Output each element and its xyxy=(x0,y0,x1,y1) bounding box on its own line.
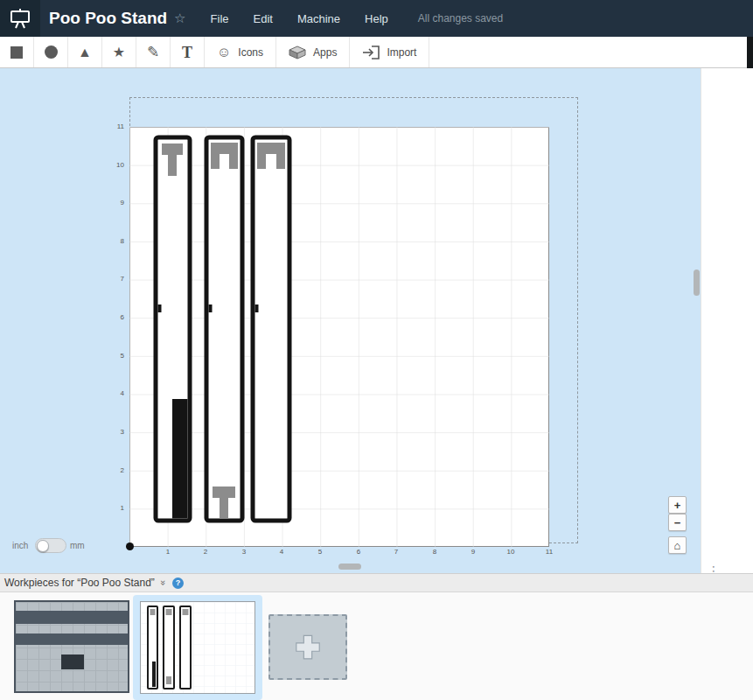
design-canvas[interactable]: 11 10 9 8 7 6 5 4 3 2 1 1 2 3 4 5 6 7 8 … xyxy=(0,68,701,573)
zoom-out-button[interactable]: − xyxy=(668,514,687,531)
import-icon xyxy=(362,46,380,60)
slat-shape-2[interactable] xyxy=(206,137,242,521)
thumb1-bar xyxy=(16,634,128,645)
zoom-in-button[interactable]: + xyxy=(668,496,687,514)
text-tool-button[interactable]: T xyxy=(171,37,205,67)
ruler-label: 5 xyxy=(313,549,327,556)
pen-tool-button[interactable]: ✎ xyxy=(136,37,171,67)
ruler-label: 6 xyxy=(110,314,124,321)
circle-tool-button[interactable] xyxy=(34,37,68,67)
apps-button[interactable]: Apps xyxy=(276,37,350,67)
collapse-chevron-icon[interactable]: » xyxy=(158,580,169,585)
horizontal-scrollbar[interactable] xyxy=(338,564,361,570)
icons-button[interactable]: ☺ Icons xyxy=(205,37,276,67)
app-logo-icon[interactable] xyxy=(0,0,40,37)
ruler-label: 11 xyxy=(542,549,556,556)
easel-icon xyxy=(8,7,32,30)
ruler-label: 4 xyxy=(275,549,289,556)
project-title[interactable]: Poo Poo Stand xyxy=(49,9,167,28)
thumb1-pocket xyxy=(61,654,84,669)
plus-icon xyxy=(277,617,338,678)
right-gutter xyxy=(701,68,753,573)
icons-button-label: Icons xyxy=(238,46,263,59)
apps-button-label: Apps xyxy=(313,46,337,59)
shape-toolbar: ▲ ★ ✎ T ☺ Icons Apps Import xyxy=(0,37,753,68)
workpieces-header-bar: Workpieces for “Poo Poo Stand” » ? xyxy=(0,573,753,592)
unit-inch-label[interactable]: inch xyxy=(12,541,28,550)
ruler-label: 2 xyxy=(110,467,124,474)
workpieces-title[interactable]: Workpieces for “Poo Poo Stand” xyxy=(4,577,155,589)
unit-toggle[interactable] xyxy=(35,538,66,553)
star-icon: ★ xyxy=(113,46,125,60)
vertical-scrollbar[interactable] xyxy=(694,270,700,296)
ruler-label: 3 xyxy=(237,549,251,556)
import-button[interactable]: Import xyxy=(350,37,429,67)
thumb1-bar xyxy=(16,611,128,624)
ruler-label: 6 xyxy=(352,549,366,556)
text-tool-icon: T xyxy=(182,45,192,60)
triangle-icon: ▲ xyxy=(78,46,92,60)
add-workpiece-button[interactable] xyxy=(268,614,347,680)
origin-point xyxy=(126,542,134,550)
zoom-home-button[interactable]: ⌂ xyxy=(668,536,687,554)
ruler-label: 9 xyxy=(466,549,480,556)
ruler-label: 4 xyxy=(110,390,124,397)
favorite-star-icon[interactable]: ☆ xyxy=(174,10,185,26)
ruler-label: 7 xyxy=(389,549,403,556)
slat-shape-3[interactable] xyxy=(253,137,289,521)
thumb2-preview xyxy=(141,602,254,693)
import-button-label: Import xyxy=(387,46,416,59)
star-tool-button[interactable]: ★ xyxy=(102,37,136,67)
workpieces-panel xyxy=(0,592,753,700)
ruler-label: 8 xyxy=(110,238,124,245)
toolbar-right-edge xyxy=(747,37,753,68)
ruler-label: 3 xyxy=(110,429,124,436)
square-icon xyxy=(10,46,23,59)
workpiece-thumbnail-1[interactable] xyxy=(14,600,129,693)
help-icon[interactable]: ? xyxy=(172,578,184,589)
top-bar: Poo Poo Stand ☆ File Edit Machine Help A… xyxy=(0,0,753,37)
ruler-label: 5 xyxy=(110,353,124,360)
ruler-label: 8 xyxy=(428,549,442,556)
menu-machine[interactable]: Machine xyxy=(297,12,340,25)
slat-shape-1[interactable] xyxy=(156,137,190,521)
app-window: Poo Poo Stand ☆ File Edit Machine Help A… xyxy=(0,0,753,700)
menu-help[interactable]: Help xyxy=(365,12,388,25)
cube-icon xyxy=(289,46,306,60)
ruler-label: 1 xyxy=(110,505,124,512)
circle-icon xyxy=(45,46,58,59)
triangle-tool-button[interactable]: ▲ xyxy=(68,37,102,67)
square-tool-button[interactable] xyxy=(0,37,34,67)
ruler-label: 1 xyxy=(161,549,175,556)
smiley-icon: ☺ xyxy=(217,46,231,60)
ruler-label: 7 xyxy=(110,276,124,283)
menu-edit[interactable]: Edit xyxy=(254,12,273,25)
main-menu: File Edit Machine Help xyxy=(211,12,388,25)
workpiece-thumbnail-2-selected[interactable] xyxy=(140,601,255,694)
ruler-label: 10 xyxy=(504,549,518,556)
pen-icon: ✎ xyxy=(147,45,159,60)
unit-toggle-knob xyxy=(37,540,49,552)
menu-file[interactable]: File xyxy=(211,12,229,25)
save-status: All changes saved xyxy=(418,12,503,24)
workpiece-sheet[interactable] xyxy=(129,127,549,547)
ruler-label: 10 xyxy=(110,162,124,169)
ruler-label: 9 xyxy=(110,200,124,206)
ruler-label: 11 xyxy=(110,123,124,130)
ruler-label: 2 xyxy=(199,549,213,556)
unit-mm-label[interactable]: mm xyxy=(70,541,85,550)
